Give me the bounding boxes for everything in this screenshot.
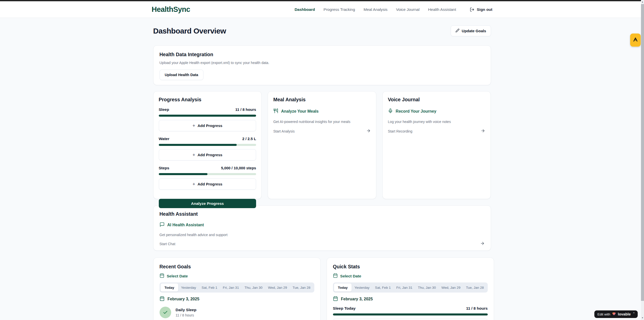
bolt-a-icon (633, 37, 638, 43)
page-scrollbar[interactable]: ▲ ▼ (641, 0, 644, 320)
logout-icon (470, 7, 474, 12)
app-logo[interactable]: HealthSync (152, 5, 190, 14)
arrow-right-icon (480, 241, 485, 246)
record-your-journey-link[interactable]: Record Your Journey (388, 108, 485, 114)
calendar-icon (333, 296, 338, 302)
voice-journal-description: Log your health journey with voice notes (388, 120, 485, 124)
health-assistant-title: Health Assistant (160, 211, 485, 217)
quick-stats-date-tabs: Today Yesterday Sat, Feb 1 Fri, Jan 31 T… (333, 282, 488, 293)
recent-goals-select-date[interactable]: Select Date (160, 273, 314, 279)
quick-stats-current-date: February 3, 2025 (333, 296, 488, 302)
start-recording-action[interactable]: Start Recording (388, 129, 485, 134)
health-assistant-card: Health Assistant AI Health Assistant Get… (153, 205, 491, 251)
nav-item-dashboard[interactable]: Dashboard (295, 7, 315, 12)
metric-value: 11 / 8 hours (235, 107, 256, 112)
dev-widget-button[interactable] (630, 34, 641, 47)
metric-sleep: Sleep 11 / 8 hours + Add Progress (159, 107, 256, 131)
voice-journal-card: Voice Journal Record Your Journey Log yo… (382, 91, 491, 199)
quick-stats-card: Quick Stats Select Date Today Yesterday … (327, 258, 494, 320)
sleep-today-row: Sleep Today 11 / 8 hours (333, 306, 488, 311)
calendar-icon (333, 273, 338, 279)
plus-icon: + (193, 182, 195, 186)
scrollbar-thumb[interactable] (641, 4, 644, 301)
top-navbar: HealthSync Dashboard Progress Tracking M… (0, 1, 644, 18)
tab-sat-feb-1[interactable]: Sat, Feb 1 (372, 283, 393, 292)
dashboard-main: Dashboard Overview Update Goals Health D… (153, 18, 491, 320)
page-title: Dashboard Overview (153, 27, 226, 35)
pencil-icon (455, 28, 459, 33)
calendar-icon (160, 273, 164, 279)
quick-stats-select-date[interactable]: Select Date (333, 273, 488, 279)
recent-goals-date-tabs: Today Yesterday Sat, Feb 1 Fri, Jan 31 T… (160, 282, 314, 293)
tab-thu-jan-30[interactable]: Thu, Jan 30 (242, 283, 265, 292)
edit-with-lovable-badge[interactable]: Edit with lovable × (594, 310, 638, 318)
add-progress-steps-button[interactable]: + Add Progress (159, 178, 256, 190)
tab-yesterday[interactable]: Yesterday (352, 283, 372, 292)
recent-goals-title: Recent Goals (160, 264, 314, 270)
metric-label: Steps (159, 166, 169, 170)
tab-sat-feb-1[interactable]: Sat, Feb 1 (199, 283, 220, 292)
meal-analysis-card: Meal Analysis Analyze Your Meals Get AI-… (268, 91, 376, 199)
goal-value: 11 / 8 hours (176, 313, 197, 317)
metric-label: Water (159, 137, 170, 141)
health-data-title: Health Data Integration (160, 52, 485, 57)
water-progress-bar (159, 144, 256, 146)
ai-health-assistant-link[interactable]: AI Health Assistant (160, 222, 485, 228)
tab-today[interactable]: Today (334, 283, 352, 292)
arrow-right-icon (366, 129, 371, 134)
progress-analysis-card: Progress Analysis Sleep 11 / 8 hours + A… (153, 91, 262, 199)
sleep-progress-bar (159, 115, 256, 117)
meal-analysis-description: Get AI-powered nutritional insights for … (273, 120, 371, 124)
health-data-integration-card: Health Data Integration Upload your Appl… (153, 45, 491, 85)
tab-yesterday[interactable]: Yesterday (178, 283, 199, 292)
nav-item-meal-analysis[interactable]: Meal Analysis (364, 7, 388, 12)
utensils-icon (273, 108, 278, 114)
tab-tue-jan-28[interactable]: Tue, Jan 28 (290, 283, 313, 292)
update-goals-button[interactable]: Update Goals (451, 25, 491, 36)
health-assistant-description: Get personalized health advice and suppo… (160, 233, 485, 237)
arrow-right-icon (481, 129, 485, 134)
metric-label: Sleep (159, 107, 169, 112)
start-chat-action[interactable]: Start Chat (160, 241, 485, 246)
chat-bubble-icon (160, 222, 165, 228)
tab-thu-jan-30[interactable]: Thu, Jan 30 (415, 283, 439, 292)
plus-icon: + (193, 152, 195, 157)
metric-steps: Steps 5,000 / 10,000 steps + Add Progres… (159, 166, 256, 190)
meal-analysis-title: Meal Analysis (273, 97, 371, 103)
scrollbar-down-arrow[interactable]: ▼ (641, 316, 644, 320)
health-data-description: Upload your Apple Health export (export.… (160, 61, 485, 65)
tab-fri-jan-31[interactable]: Fri, Jan 31 (393, 283, 415, 292)
quick-stats-title: Quick Stats (333, 264, 488, 270)
progress-analysis-title: Progress Analysis (159, 97, 256, 103)
tab-wed-jan-29[interactable]: Wed, Jan 29 (439, 283, 463, 292)
tab-tue-jan-28[interactable]: Tue, Jan 28 (463, 283, 487, 292)
upload-health-data-button[interactable]: Upload Health Data (160, 70, 204, 80)
tab-fri-jan-31[interactable]: Fri, Jan 31 (220, 283, 242, 292)
add-progress-water-button[interactable]: + Add Progress (159, 149, 256, 161)
add-progress-sleep-button[interactable]: + Add Progress (159, 120, 256, 131)
nav-item-voice-journal[interactable]: Voice Journal (396, 7, 419, 12)
sleep-today-progress-bar (333, 313, 488, 315)
recent-goals-card: Recent Goals Select Date Today Yesterday… (153, 258, 321, 320)
check-icon (160, 307, 171, 318)
nav-item-progress-tracking[interactable]: Progress Tracking (324, 7, 355, 12)
goal-name: Daily Sleep (176, 308, 197, 312)
metric-value: 2 / 2.5 L (242, 137, 256, 141)
metric-water: Water 2 / 2.5 L + Add Progress (159, 137, 256, 161)
plus-icon: + (193, 123, 195, 128)
analyze-your-meals-link[interactable]: Analyze Your Meals (273, 108, 371, 114)
scrollbar-up-arrow[interactable]: ▲ (641, 0, 644, 4)
calendar-icon (160, 296, 165, 302)
nav-item-health-assistant[interactable]: Health Assistant (428, 7, 456, 12)
goal-item-daily-sleep: Daily Sleep 11 / 8 hours (160, 307, 314, 318)
sign-out-button[interactable]: Sign out (470, 7, 493, 12)
close-icon[interactable]: × (633, 311, 635, 314)
start-analysis-action[interactable]: Start Analysis (273, 129, 371, 134)
voice-journal-title: Voice Journal (388, 97, 485, 103)
tab-today[interactable]: Today (161, 283, 178, 292)
quick-stats-add-progress-button[interactable]: + Add Progress (333, 319, 488, 320)
tab-wed-jan-29[interactable]: Wed, Jan 29 (265, 283, 290, 292)
analyze-progress-button[interactable]: Analyze Progress (159, 199, 256, 208)
nav-links: Dashboard Progress Tracking Meal Analysi… (295, 7, 493, 12)
steps-progress-bar (159, 173, 256, 175)
